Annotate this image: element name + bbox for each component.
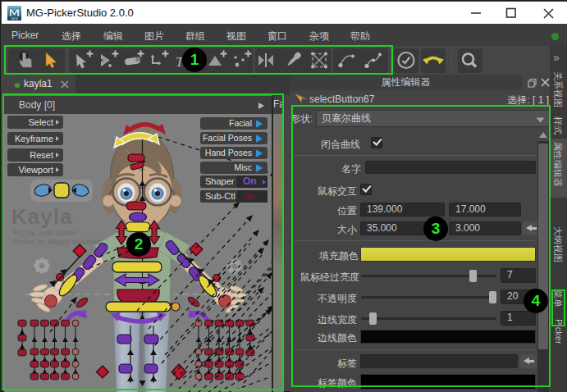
- svg-text:MAYA: MAYA: [11, 17, 19, 21]
